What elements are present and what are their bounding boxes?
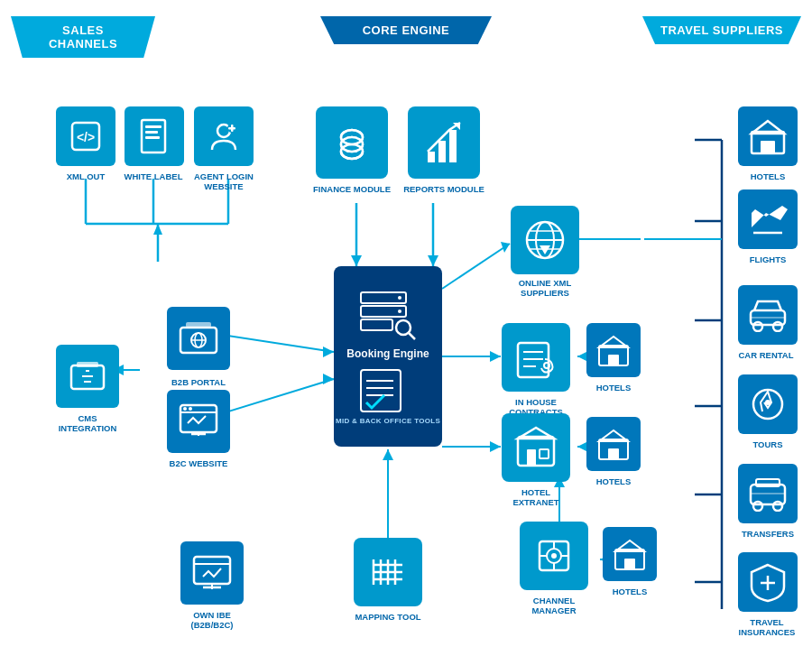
xml-out-label: XML OUT (50, 171, 122, 181)
supplier-hotels-box (738, 106, 798, 166)
svg-rect-45 (145, 125, 161, 128)
hotels-extranet-box (586, 417, 641, 471)
finance-module-label: FINANCE MODULE (310, 184, 393, 194)
hotels-inhouse-box (586, 323, 641, 377)
svg-point-145 (773, 502, 782, 511)
svg-line-94 (408, 332, 415, 339)
b2c-website-label: B2C WEBSITE (165, 458, 232, 468)
svg-marker-106 (540, 245, 550, 254)
own-ibe-label: OWN IBE (B2B/B2C) (174, 610, 250, 631)
svg-marker-33 (383, 449, 393, 460)
svg-marker-15 (428, 255, 438, 266)
xml-out-box: </> (56, 106, 115, 166)
svg-rect-53 (186, 322, 211, 328)
reports-module-box (408, 106, 480, 179)
cms-integration-label: CMS INTEGRATION (50, 413, 125, 434)
inhouse-contracts-box (502, 323, 570, 392)
own-ibe-box (180, 541, 244, 605)
online-xml-label: ONLINE XML SUPPLIERS (500, 278, 590, 299)
finance-module-box (316, 106, 388, 179)
svg-rect-46 (145, 131, 158, 134)
svg-marker-13 (351, 255, 362, 266)
b2c-website-box (167, 390, 230, 453)
core-engine-header: CORE ENGINE (320, 16, 492, 44)
supplier-tours-label: TOURS (745, 439, 790, 449)
svg-text:</>: </> (77, 130, 95, 144)
supplier-flights-box (738, 189, 798, 249)
svg-rect-51 (231, 125, 234, 132)
supplier-transfers-box (738, 464, 798, 523)
agent-login-label: AGENT LOGIN WEBSITE (187, 171, 261, 192)
svg-point-124 (551, 553, 557, 559)
svg-point-95 (398, 296, 401, 300)
hotels-extranet-label: HOTELS (585, 476, 642, 486)
supplier-hotels-label: HOTELS (740, 171, 796, 181)
white-label-box (125, 106, 184, 166)
svg-rect-97 (361, 370, 401, 411)
svg-line-6 (217, 334, 334, 352)
svg-marker-7 (323, 346, 334, 357)
svg-point-59 (183, 407, 187, 411)
white-label-label: WHITE LABEL (117, 171, 189, 181)
channel-manager-label: CHANNEL MANAGER (512, 596, 595, 616)
channel-manager-box (520, 522, 588, 590)
svg-marker-25 (490, 441, 501, 452)
svg-marker-21 (490, 351, 501, 362)
hotels-channel-label: HOTELS (601, 587, 659, 596)
b2b-portal-label: B2B PORTAL (167, 377, 230, 387)
supplier-car-label: CAR RENTAL (734, 350, 798, 360)
svg-point-137 (753, 322, 762, 331)
svg-rect-68 (194, 557, 230, 584)
svg-point-141 (765, 400, 770, 405)
svg-rect-114 (608, 355, 619, 365)
mapping-tool-box (354, 538, 422, 606)
supplier-insurance-box (738, 552, 798, 612)
svg-rect-134 (761, 141, 775, 153)
svg-point-96 (398, 310, 401, 313)
svg-rect-117 (527, 449, 536, 466)
hotel-extranet-label: HOTEL EXTRANET (499, 487, 573, 508)
cms-integration-box (56, 345, 119, 408)
svg-rect-121 (608, 448, 619, 459)
svg-rect-92 (361, 319, 392, 330)
supplier-flights-label: FLIGHTS (740, 254, 796, 264)
mapping-tool-label: MAPPING TOOL (352, 612, 424, 622)
svg-point-138 (773, 322, 782, 331)
hotels-channel-box (603, 527, 657, 581)
svg-point-60 (189, 407, 192, 411)
svg-point-144 (753, 502, 762, 511)
supplier-transfers-label: TRANSFERS (735, 529, 800, 539)
hotels-inhouse-label: HOTELS (585, 383, 642, 393)
svg-rect-79 (428, 152, 435, 162)
b2b-portal-box (167, 307, 230, 370)
svg-rect-47 (145, 136, 160, 139)
svg-line-8 (217, 379, 334, 415)
supplier-car-box (738, 285, 798, 345)
supplier-tours-box (738, 374, 798, 434)
svg-rect-64 (77, 362, 98, 367)
sales-channels-header: SALES CHANNELS (11, 16, 155, 58)
svg-point-111 (544, 363, 549, 368)
diagram-container: SALES CHANNELS CORE ENGINE TRAVEL SUPPLI… (0, 0, 812, 656)
suppliers-header: TRAVEL SUPPLIERS (642, 16, 801, 44)
supplier-insurance-label: TRAVEL INSURANCES (731, 617, 803, 638)
svg-rect-118 (540, 449, 549, 458)
svg-rect-131 (624, 559, 635, 569)
online-xml-box (511, 206, 579, 274)
svg-marker-5 (153, 224, 162, 235)
reports-module-label: REPORTS MODULE (403, 184, 484, 194)
svg-marker-17 (501, 242, 510, 253)
svg-marker-9 (323, 374, 334, 384)
svg-rect-80 (438, 141, 446, 162)
booking-engine-box: Booking Engine MID & BACK OFFICE TOOLS (334, 266, 442, 447)
agent-login-box (194, 106, 254, 166)
hotel-extranet-box (502, 413, 570, 482)
svg-rect-81 (449, 130, 457, 162)
